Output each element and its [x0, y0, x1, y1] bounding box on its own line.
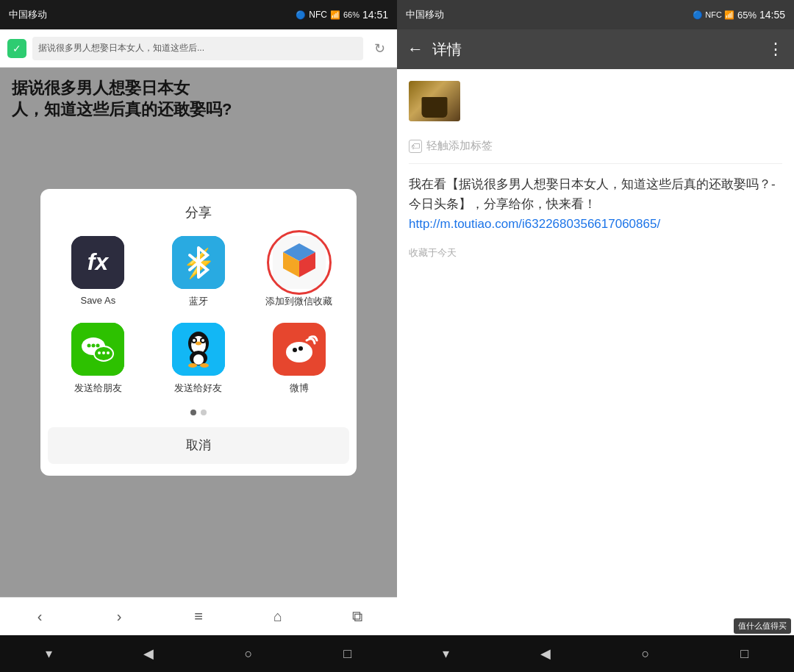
share-dialog: 分享 fx Save As: [40, 189, 357, 476]
browser-shield-icon: ✓: [7, 39, 26, 58]
svg-point-12: [92, 344, 96, 348]
left-bottom-nav: ‹ › ≡ ⌂ ⧉: [0, 597, 397, 635]
share-row-1: fx Save As ⚡: [48, 236, 349, 308]
home-sys-btn[interactable]: ○: [245, 646, 253, 662]
home-nav-btn[interactable]: ⌂: [260, 602, 296, 632]
right-header: ← 详情 ⋮: [397, 29, 794, 69]
svg-point-24: [196, 342, 201, 346]
article-date: 收藏于今天: [409, 246, 782, 260]
forward-nav-btn[interactable]: ›: [101, 602, 137, 632]
article-thumb-row: [409, 81, 782, 121]
right-dropdown-btn[interactable]: ▾: [443, 646, 449, 662]
svg-point-11: [87, 344, 91, 348]
back-button[interactable]: ←: [407, 40, 423, 59]
share-item-weibo[interactable]: 微博: [262, 323, 336, 395]
recents-sys-btn[interactable]: □: [343, 646, 351, 662]
left-system-nav: ▾ ◀ ○ □: [0, 635, 397, 672]
wechat-icon: [71, 323, 124, 376]
cube-label: 添加到微信收藏: [265, 295, 332, 308]
right-system-nav: ▾ ◀ ○ □ 值什么值得买: [397, 635, 794, 672]
wechat-label: 发送给朋友: [74, 382, 122, 395]
svg-point-15: [102, 351, 105, 354]
saveas-icon: fx: [71, 236, 124, 289]
svg-point-31: [293, 348, 297, 352]
left-status-bar: 中国移动 🔵 NFC 📶 66% 14:51: [0, 0, 397, 29]
share-item-wechat[interactable]: 发送给朋友: [61, 323, 135, 395]
browser-refresh-icon[interactable]: ↻: [369, 38, 390, 59]
dot-1: [190, 410, 196, 415]
share-item-qq[interactable]: 发送给好友: [162, 323, 235, 395]
article-thumbnail: [409, 81, 460, 121]
share-row-2: 发送给朋友: [48, 323, 349, 395]
cube-icon-wrapper: [273, 236, 326, 289]
tabs-nav-btn[interactable]: ⧉: [339, 602, 376, 632]
dropdown-sys-btn[interactable]: ▾: [46, 646, 52, 662]
svg-point-14: [98, 351, 101, 354]
right-status-icons: 🔵 NFC 📶 65% 14:55: [693, 9, 785, 21]
weibo-icon: [273, 323, 326, 376]
share-overlay: 分享 fx Save As: [0, 68, 397, 597]
watermark: 值什么值得买: [734, 618, 791, 634]
svg-point-28: [200, 363, 209, 368]
svg-point-30: [286, 342, 312, 362]
cancel-button[interactable]: 取消: [48, 427, 349, 464]
right-recents-btn[interactable]: □: [740, 646, 748, 662]
svg-text:fx: fx: [87, 249, 110, 275]
article-text: 我在看【据说很多男人想娶日本女人，知道这些后真的还敢娶吗？-今日头条】，分享给你…: [409, 177, 776, 211]
right-phone: 中国移动 🔵 NFC 📶 65% 14:55 ← 详情 ⋮ 🏷 轻触添加标签: [397, 0, 794, 672]
menu-nav-btn[interactable]: ≡: [180, 602, 217, 632]
pagination-dots: [48, 410, 349, 415]
browser-url[interactable]: 据说很多男人想娶日本女人，知道这些后...: [32, 37, 363, 60]
tag-placeholder: 轻触添加标签: [426, 139, 493, 153]
qq-icon: [172, 323, 225, 376]
svg-point-23: [201, 339, 204, 342]
tag-row[interactable]: 🏷 轻触添加标签: [409, 133, 782, 164]
svg-point-32: [298, 346, 303, 351]
right-content: 🏷 轻触添加标签 我在看【据说很多男人想娶日本女人，知道这些后真的还敢娶吗？-今…: [397, 69, 794, 635]
page-content: 据说很多男人想娶日本女人，知道这些后真的还敢娶吗? 分享 fx: [0, 68, 397, 597]
right-header-title: 详情: [432, 40, 759, 60]
left-phone: 中国移动 🔵 NFC 📶 66% 14:51 ✓ 据说很多男人想娶日本女人，知道…: [0, 0, 397, 672]
thumb-image: [409, 81, 460, 121]
share-item-saveas[interactable]: fx Save As: [61, 236, 135, 308]
bluetooth-label: 蓝牙: [189, 295, 208, 308]
thumb-cup: [422, 97, 448, 118]
bluetooth-icon: ⚡: [172, 236, 225, 289]
dot-2: [201, 410, 207, 415]
share-dialog-title: 分享: [48, 204, 349, 221]
svg-point-27: [188, 363, 197, 368]
svg-point-16: [107, 351, 110, 354]
article-body: 我在看【据说很多男人想娶日本女人，知道这些后真的还敢娶吗？-今日头条】，分享给你…: [409, 174, 782, 235]
qq-label: 发送给好友: [174, 382, 222, 395]
left-status-icons: 🔵 NFC 📶 66% 14:51: [296, 9, 388, 21]
right-back-btn[interactable]: ◀: [540, 646, 551, 662]
back-nav-btn[interactable]: ‹: [21, 602, 58, 632]
tag-icon: 🏷: [409, 140, 422, 153]
left-carrier: 中国移动: [9, 8, 47, 21]
right-home-btn[interactable]: ○: [642, 646, 650, 662]
article-link[interactable]: http://m.toutiao.com/i632268035661706086…: [409, 217, 660, 231]
share-item-cube[interactable]: 添加到微信收藏: [262, 236, 336, 308]
right-status-bar: 中国移动 🔵 NFC 📶 65% 14:55: [397, 0, 794, 29]
back-sys-btn[interactable]: ◀: [143, 646, 154, 662]
svg-point-13: [96, 344, 100, 348]
svg-point-22: [193, 339, 196, 342]
svg-point-26: [193, 354, 204, 365]
share-item-bluetooth[interactable]: ⚡ 蓝牙: [162, 236, 235, 308]
cube-icon: [273, 236, 326, 289]
saveas-label: Save As: [80, 295, 115, 306]
browser-bar: ✓ 据说很多男人想娶日本女人，知道这些后... ↻: [0, 29, 397, 68]
right-carrier: 中国移动: [406, 8, 444, 21]
more-menu-button[interactable]: ⋮: [768, 40, 784, 59]
weibo-label: 微博: [290, 382, 309, 395]
